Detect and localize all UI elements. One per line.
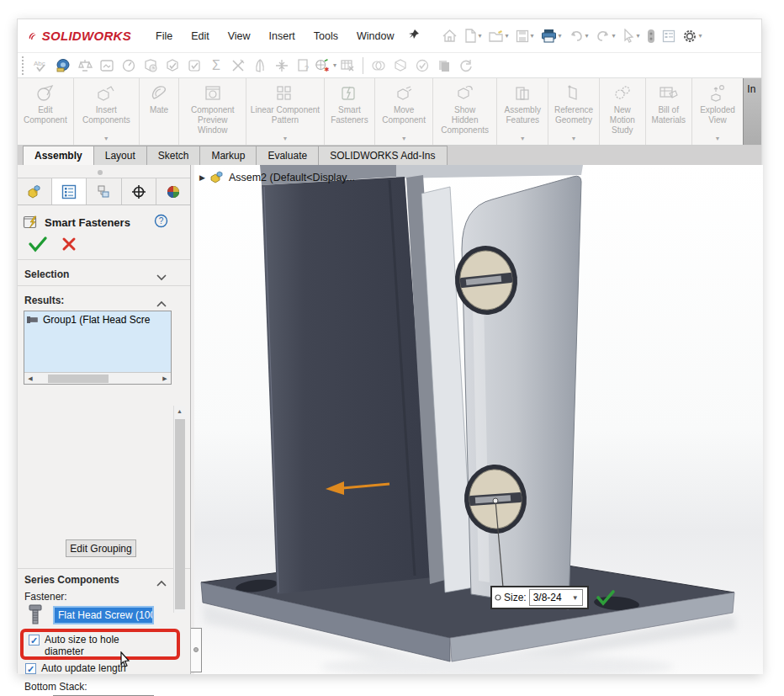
linear-component-pattern-button[interactable]: Linear Component Pattern ▼ [246,78,324,145]
section-view-icon[interactable]: ✱▾ [315,56,336,76]
properties-list-icon[interactable] [660,28,678,45]
panel-splitter-handle[interactable] [191,628,202,672]
scroll-up-icon[interactable]: ▲ [174,406,185,414]
tab-property-manager[interactable] [52,178,87,205]
smart-fasteners-button[interactable]: Smart Fasteners [325,78,376,145]
undo-dropdown[interactable]: ▾ [585,32,589,40]
fastener-value-field[interactable]: Flat Head Screw (100) [53,606,154,624]
check-circle-icon[interactable] [411,56,433,76]
insert-components-button[interactable]: Insert Components ▼ [74,78,140,145]
tab-layout[interactable]: Layout [93,146,147,165]
check-box-icon[interactable] [162,56,183,76]
auto-update-checkbox[interactable]: ✓ [25,663,36,674]
menu-view[interactable]: View [219,25,260,47]
show-hidden-components-button[interactable]: Show Hidden Components [433,78,497,145]
move-component-button[interactable]: Move Component ▼ [375,78,433,145]
image-icon[interactable] [96,56,118,76]
select-cursor-icon[interactable]: ▾ [620,27,643,45]
print-dropdown[interactable]: ▾ [559,32,562,40]
scroll-right-icon[interactable]: ▶ [159,375,171,382]
scroll-thumb[interactable] [175,419,185,609]
exploded-view-button[interactable]: Exploded View ▼ [692,78,744,145]
tab-sketch[interactable]: Sketch [146,146,201,165]
menu-insert[interactable]: Insert [260,25,305,47]
open-icon[interactable]: ▾ [486,28,511,45]
dropdown-arrow-icon[interactable]: ▼ [715,135,721,141]
component-preview-window-button[interactable]: Component Preview Window [179,78,246,145]
document-query-icon[interactable]: ? [293,56,315,76]
callout-size-dropdown[interactable]: 3/8-24 ▼ [529,589,583,606]
menu-edit[interactable]: Edit [182,25,219,47]
undo-icon[interactable]: ▾ [566,28,591,44]
table-delete-icon[interactable] [336,56,358,76]
panel-resize-dot[interactable] [98,170,103,175]
gear-icon[interactable]: ▾ [680,27,705,45]
redo-dropdown[interactable]: ▾ [612,32,616,40]
cancel-x-icon[interactable] [61,236,77,252]
selection-section-header[interactable]: Selection [24,268,69,280]
feature-tree-item[interactable]: ▶ Assem2 (Default<Display... [199,171,355,183]
mate-button[interactable]: Mate [140,78,179,145]
dropdown-arrow-icon[interactable]: ▼ [571,135,577,141]
tree-expand-icon[interactable]: ▶ [199,173,205,182]
tab-dimxpert-manager[interactable] [122,178,156,205]
open-dropdown[interactable]: ▾ [506,32,509,40]
reload-icon[interactable] [455,56,477,76]
redo-icon[interactable]: ▾ [593,28,618,44]
clearance-icon[interactable] [389,56,411,76]
new-motion-study-button[interactable]: New Motion Study [600,78,646,145]
copy-icon[interactable] [433,56,455,76]
dropdown-arrow-icon[interactable]: ▼ [401,135,407,141]
equations-icon[interactable]: Σ [205,56,227,76]
chevron-up-icon[interactable] [156,295,167,311]
new-doc-dropdown[interactable]: ▾ [479,32,482,40]
trim-icon[interactable] [227,56,249,76]
measure-icon[interactable] [52,56,74,76]
results-listbox[interactable]: Group1 (Flat Head Scre ◀ ▶ [24,311,172,385]
help-icon[interactable]: ? [154,214,168,231]
auto-size-checkbox[interactable]: ✓ [29,635,40,646]
schedule-icon[interactable] [140,56,162,76]
menu-tools[interactable]: Tools [305,25,347,47]
callout-ok-check-icon[interactable] [596,589,616,606]
edit-grouping-button[interactable]: Edit Grouping [66,539,136,557]
menu-window[interactable]: Window [347,25,403,47]
tab-solidworks-addins[interactable]: SOLIDWORKS Add-Ins [318,146,447,165]
compress-icon[interactable] [271,56,293,76]
save-icon[interactable]: ▾ [513,28,537,45]
edit-component-button[interactable]: Edit Component [18,78,74,145]
interference-icon[interactable] [368,56,389,76]
chevron-up-icon[interactable] [156,575,167,590]
chevron-down-icon[interactable] [156,269,167,284]
results-section-header[interactable]: Results: [24,295,64,306]
horizontal-scrollbar[interactable]: ◀ ▶ [24,372,171,384]
tab-evaluate[interactable]: Evaluate [256,146,319,165]
tab-assembly[interactable]: Assembly [23,146,94,165]
gear-dropdown[interactable]: ▾ [699,32,702,40]
mass-properties-icon[interactable] [74,56,96,76]
scroll-left-icon[interactable]: ◀ [24,375,36,382]
ok-check-icon[interactable] [28,236,48,252]
tab-feature-manager[interactable] [18,178,52,205]
3d-model[interactable] [194,165,763,674]
verify-box-icon[interactable] [183,56,205,76]
tab-display-manager[interactable] [156,178,190,205]
save-dropdown[interactable]: ▾ [531,32,534,40]
bill-of-materials-button[interactable]: Bill of Materials [646,78,692,145]
dropdown-arrow-icon[interactable]: ▼ [283,135,289,141]
curvature-icon[interactable] [249,56,271,76]
graphics-viewport[interactable]: ▶ Assem2 (Default<Display... [194,165,763,674]
home-icon[interactable] [439,27,460,45]
dropdown-arrow-icon[interactable]: ▼ [103,135,109,141]
performance-icon[interactable] [118,56,140,76]
spellcheck-icon[interactable]: Abc [30,56,52,76]
options-pill-icon[interactable] [644,27,658,45]
reference-geometry-button[interactable]: Reference Geometry ▼ [548,78,600,145]
new-doc-icon[interactable]: ▾ [462,27,485,45]
results-list-item[interactable]: Group1 (Flat Head Scre [24,311,171,328]
tab-configuration-manager[interactable] [87,178,121,205]
print-icon[interactable]: ▾ [538,27,564,45]
vertical-scrollbar[interactable]: ▲ [173,406,185,613]
assembly-features-button[interactable]: Assembly Features ▼ [497,78,548,145]
menu-file[interactable]: File [146,25,182,47]
